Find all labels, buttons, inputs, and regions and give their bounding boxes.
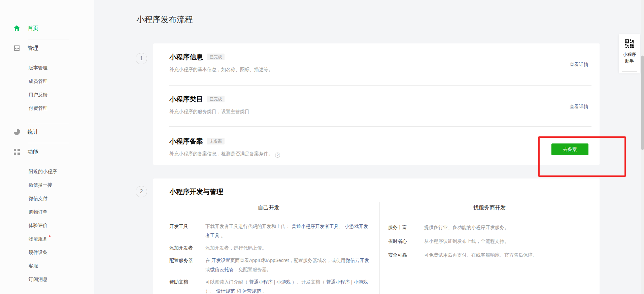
sidebar-subitem[interactable]: 物流服务 (0, 232, 94, 246)
self-develop-row: 配置服务器在 开发设置页面查看AppID和AppSecret，配置服务器域名，或… (169, 256, 372, 274)
sidebar-subitems: 版本管理成员管理用户反馈付费管理 (0, 54, 94, 118)
section-title: 小程序备案 (169, 137, 203, 146)
dev-row-description: 可免费试用后再支付、在线客服响应、官方售后保障。 (424, 251, 577, 260)
sidebar-item-features[interactable]: 功能 (0, 146, 94, 158)
go-register-button[interactable]: 去备案 (551, 143, 588, 155)
dev-row-description: 从小程序认证到发布上线，全流程支持。 (424, 237, 577, 246)
sidebar-item-label: 首页 (28, 25, 38, 32)
section-description: 补充小程序的基本信息，如名称、图标、描述等。 (169, 66, 588, 73)
inline-link[interactable]: 运营规范 (242, 288, 261, 294)
sidebar-nav: 首页管理版本管理成员管理用户反馈付费管理统计功能附近的小程序微信搜一搜微信支付购… (0, 22, 94, 289)
self-develop-row: 帮助文档可以阅读入门介绍（ 普通小程序 | 小游戏 ）、开发文档（ 普通小程序 … (169, 277, 372, 294)
dev-row-label: 帮助文档 (169, 277, 205, 294)
inline-link[interactable]: 小游戏 (354, 279, 368, 285)
sidebar-subitem[interactable]: 微信搜一搜 (0, 178, 94, 192)
sidebar-subitem[interactable]: 版本管理 (0, 61, 94, 74)
sidebar-subitem[interactable]: 成员管理 (0, 74, 94, 88)
inline-link[interactable]: 小游戏开发者工具 (205, 224, 368, 238)
column-divider (379, 202, 380, 294)
development-card: 小程序开发与管理 自己开发 找服务商开发 开发工具下载开发者工具进行代码的开发和… (153, 178, 600, 294)
dev-row-label: 省时省心 (388, 237, 424, 246)
sidebar-subitem[interactable]: 用户反馈 (0, 88, 94, 101)
section-title-line: 小程序信息已完成 (169, 52, 588, 62)
page-scrollbar[interactable] (641, 0, 644, 294)
step-2-number: 2 (136, 186, 147, 197)
scrollbar-thumb[interactable] (641, 56, 644, 150)
mini-program-assistant-widget[interactable]: 小程序 助手 (619, 34, 640, 73)
sidebar-item-label: 管理 (28, 45, 38, 52)
column-header-service-provider: 找服务商开发 (379, 203, 600, 212)
dev-row-description: 可以阅读入门介绍（ 普通小程序 | 小游戏 ）、开发文档（ 普通小程序 | 小游… (205, 277, 372, 294)
help-icon[interactable]: ? (275, 153, 280, 158)
sidebar-divider (28, 143, 69, 143)
sidebar: 首页管理版本管理成员管理用户反馈付费管理统计功能附近的小程序微信搜一搜微信支付购… (0, 0, 94, 294)
section-title-line: 小程序备案未备案 (169, 136, 588, 146)
sidebar-divider (28, 123, 69, 123)
sidebar-divider (28, 39, 69, 39)
section-description: 补充小程序的服务类目，设置主营类目 (169, 108, 588, 115)
inline-link[interactable]: 设计规范 (216, 288, 235, 294)
dev-row-label: 添加开发者 (169, 243, 205, 253)
sidebar-item-label: 功能 (28, 149, 38, 156)
sidebar-subitem[interactable]: 硬件设备 (0, 246, 94, 259)
publish-steps-card: 小程序信息已完成补充小程序的基本信息，如名称、图标、描述等。查看详情小程序类目已… (153, 43, 600, 165)
service-provider-row: 安全可靠可免费试用后再支付、在线客服响应、官方售后保障。 (388, 251, 577, 260)
widget-divider (622, 71, 637, 72)
sidebar-subitem[interactable]: 附近的小程序 (0, 165, 94, 178)
inbox-icon (13, 45, 20, 52)
section-divider (169, 85, 591, 86)
status-badge: 已完成 (207, 96, 225, 102)
sidebar-subitem[interactable]: 体验评价 (0, 219, 94, 232)
sidebar-item-stats[interactable]: 统计 (0, 126, 94, 138)
sidebar-item-home[interactable]: 首页 (0, 22, 94, 34)
self-develop-row: 开发工具下载开发者工具进行代码的开发和上传： 普通小程序开发者工具、 小游戏开发… (169, 222, 372, 240)
service-provider-rows: 服务丰富提供多行业、多功能的小程序开发服务。省时省心从小程序认证到发布上线，全流… (388, 223, 577, 264)
column-header-self-develop: 自己开发 (169, 203, 368, 212)
service-provider-row: 服务丰富提供多行业、多功能的小程序开发服务。 (388, 223, 577, 232)
sidebar-subitem[interactable]: 微信支付 (0, 192, 94, 205)
section-title: 小程序类目 (169, 95, 203, 104)
qr-code-icon (625, 39, 634, 50)
inline-link[interactable]: 普通小程序 (249, 279, 273, 285)
inline-link[interactable]: 开发设置 (211, 258, 230, 263)
inline-link[interactable]: 普通小程序 (326, 279, 350, 285)
self-develop-row: 添加开发者添加开发者，进行代码上传。 (169, 243, 372, 253)
inline-link[interactable]: 微信云开发 (345, 258, 369, 263)
inline-link[interactable]: 普通小程序开发者工具 (292, 224, 339, 229)
status-badge: 未备案 (207, 138, 225, 144)
service-provider-row: 省时省心从小程序认证到发布上线，全流程支持。 (388, 237, 577, 246)
sidebar-subitems: 附近的小程序微信搜一搜微信支付购物订单体验评价物流服务硬件设备客服订阅消息 (0, 158, 94, 289)
inline-link[interactable]: 小游戏 (276, 279, 291, 285)
sidebar-item-manage[interactable]: 管理 (0, 42, 94, 54)
home-icon (13, 25, 20, 32)
view-details-link[interactable]: 查看详情 (570, 61, 588, 68)
page-title: 小程序发布流程 (136, 14, 193, 25)
sidebar-subitem[interactable]: 订阅消息 (0, 272, 94, 286)
notification-dot (49, 235, 50, 237)
step-1-number: 1 (136, 53, 147, 64)
pie-chart-icon (13, 129, 20, 135)
dev-card-title: 小程序开发与管理 (169, 187, 223, 197)
sidebar-item-label: 统计 (28, 129, 38, 136)
section-description: 补充小程序的备案信息，检测是否满足备案条件。? (169, 150, 588, 158)
section-title-line: 小程序类目已完成 (169, 94, 588, 104)
section-divider (169, 126, 591, 127)
dev-row-label: 服务丰富 (388, 223, 424, 232)
sidebar-subitem[interactable]: 付费管理 (0, 101, 94, 115)
widget-label-line-2: 助手 (619, 58, 640, 65)
status-badge: 已完成 (207, 54, 225, 60)
dev-row-description: 添加开发者，进行代码上传。 (205, 243, 372, 253)
dev-row-description: 在 开发设置页面查看AppID和AppSecret，配置服务器域名，或使用微信云… (205, 256, 372, 274)
section-title: 小程序信息 (169, 53, 203, 62)
dev-row-description: 提供多行业、多功能的小程序开发服务。 (424, 223, 577, 232)
publish-step-row: 小程序类目已完成补充小程序的服务类目，设置主营类目查看详情 (169, 94, 588, 127)
self-develop-rows: 开发工具下载开发者工具进行代码的开发和上传： 普通小程序开发者工具、 小游戏开发… (169, 222, 372, 294)
sidebar-subitem[interactable]: 购物订单 (0, 205, 94, 219)
publish-step-row: 小程序信息已完成补充小程序的基本信息，如名称、图标、描述等。查看详情 (169, 52, 588, 85)
view-details-link[interactable]: 查看详情 (570, 103, 588, 110)
publish-step-row: 小程序备案未备案补充小程序的备案信息，检测是否满足备案条件。? (169, 136, 588, 177)
dev-row-label: 安全可靠 (388, 251, 424, 260)
dev-row-label: 开发工具 (169, 222, 205, 240)
inline-link[interactable]: 微信云托管 (210, 267, 234, 272)
sidebar-subitem[interactable]: 客服 (0, 259, 94, 272)
